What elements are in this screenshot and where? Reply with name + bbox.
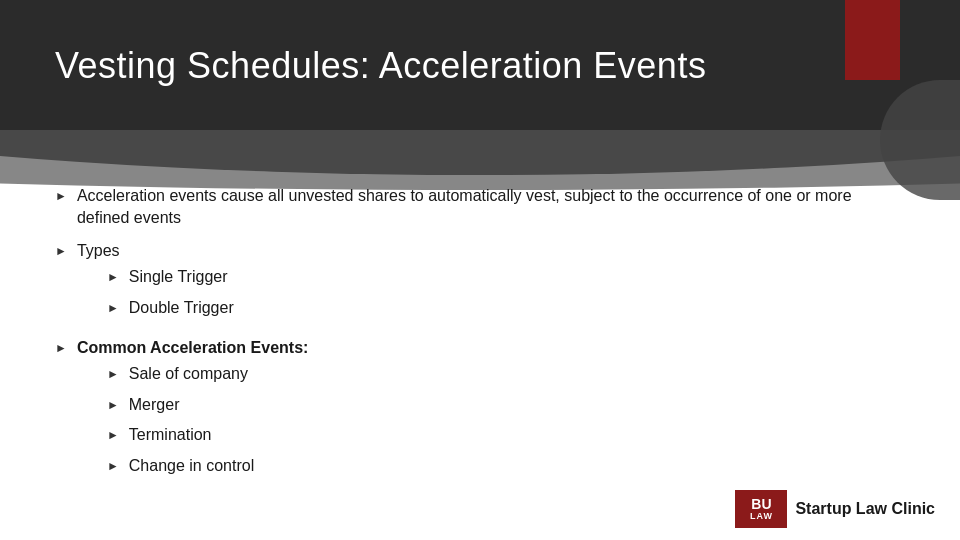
bu-logo-bu-text: BU xyxy=(751,497,771,511)
sub-text-single-trigger: Single Trigger xyxy=(129,266,228,288)
sub-list-types: ► Single Trigger ► Double Trigger xyxy=(107,266,905,319)
sub-arrow-2: ► xyxy=(107,300,119,317)
sub-bullet-sale: ► Sale of company xyxy=(107,363,905,385)
sub-arrow-4: ► xyxy=(107,397,119,414)
sub-bullet-double-trigger: ► Double Trigger xyxy=(107,297,905,319)
sub-bullet-termination: ► Termination xyxy=(107,424,905,446)
bullet-arrow-1: ► xyxy=(55,188,67,205)
bullet-item-3: ► Common Acceleration Events: ► Sale of … xyxy=(55,337,905,485)
bullet-arrow-2: ► xyxy=(55,243,67,260)
sub-arrow-6: ► xyxy=(107,458,119,475)
clinic-name: Startup Law Clinic xyxy=(795,500,935,518)
header-wave xyxy=(0,130,960,190)
bu-logo: BU LAW xyxy=(735,490,787,528)
sub-list-events: ► Sale of company ► Merger ► Termination… xyxy=(107,363,905,477)
bullet-item-1: ► Acceleration events cause all unvested… xyxy=(55,185,905,230)
sub-text-change-in-control: Change in control xyxy=(129,455,254,477)
sub-bullet-change-in-control: ► Change in control xyxy=(107,455,905,477)
bullet-arrow-3: ► xyxy=(55,340,67,357)
sub-text-merger: Merger xyxy=(129,394,180,416)
content-area: ► Acceleration events cause all unvested… xyxy=(55,185,905,480)
title-area: Vesting Schedules: Acceleration Events xyxy=(55,45,830,87)
bu-logo-law-text: LAW xyxy=(750,512,773,521)
bullet-text-2: Types xyxy=(77,242,120,259)
bullet-text-3: Common Acceleration Events: xyxy=(77,339,308,356)
sub-text-sale: Sale of company xyxy=(129,363,248,385)
sub-text-double-trigger: Double Trigger xyxy=(129,297,234,319)
sub-bullet-single-trigger: ► Single Trigger xyxy=(107,266,905,288)
decorative-rectangle xyxy=(845,0,900,80)
bullet-item-2: ► Types ► Single Trigger ► Double Trigge… xyxy=(55,240,905,327)
bullet-text-1: Acceleration events cause all unvested s… xyxy=(77,185,905,230)
sub-text-termination: Termination xyxy=(129,424,212,446)
sub-arrow-3: ► xyxy=(107,366,119,383)
slide-title: Vesting Schedules: Acceleration Events xyxy=(55,45,830,87)
sub-bullet-merger: ► Merger xyxy=(107,394,905,416)
sub-arrow-5: ► xyxy=(107,427,119,444)
sub-arrow-1: ► xyxy=(107,269,119,286)
footer: BU LAW Startup Law Clinic xyxy=(735,490,935,528)
